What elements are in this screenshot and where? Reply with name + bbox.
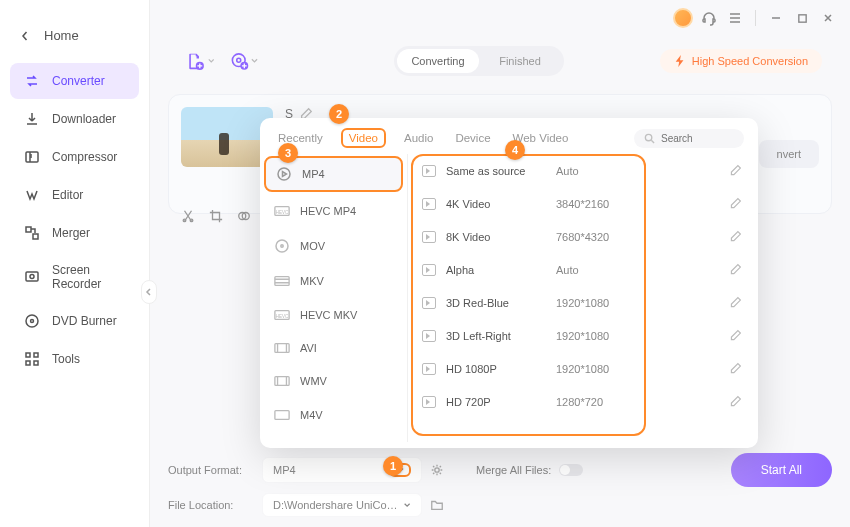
video-icon bbox=[422, 264, 436, 276]
preset-row[interactable]: 3D Left-Right1920*1080 bbox=[408, 319, 758, 352]
mp4-icon bbox=[276, 166, 292, 182]
sidebar-item-screen-recorder[interactable]: Screen Recorder bbox=[10, 253, 139, 301]
merger-icon bbox=[24, 225, 40, 241]
maximize-button[interactable] bbox=[792, 8, 812, 28]
m4v-icon bbox=[274, 408, 290, 422]
svg-point-25 bbox=[276, 240, 288, 252]
preset-resolution: 1920*1080 bbox=[556, 363, 609, 375]
preset-row[interactable]: 3D Red-Blue1920*1080 bbox=[408, 286, 758, 319]
add-dvd-button[interactable] bbox=[230, 47, 258, 75]
step-badge-3: 3 bbox=[278, 143, 298, 163]
minimize-button[interactable] bbox=[766, 8, 786, 28]
preset-row[interactable]: 8K Video7680*4320 bbox=[408, 220, 758, 253]
preset-row[interactable]: Same as sourceAuto bbox=[408, 154, 758, 187]
preset-row[interactable]: AlphaAuto bbox=[408, 253, 758, 286]
preset-name: Alpha bbox=[446, 264, 556, 276]
step-badge-4: 4 bbox=[505, 140, 525, 160]
format-panel: Recently Video Audio Device Web Video MP… bbox=[260, 118, 758, 448]
edit-icon[interactable] bbox=[729, 329, 742, 342]
gear-icon[interactable] bbox=[430, 463, 444, 477]
mov-icon bbox=[274, 238, 290, 254]
seg-finished[interactable]: Finished bbox=[479, 49, 561, 73]
sidebar-item-compressor[interactable]: Compressor bbox=[10, 139, 139, 175]
bolt-icon bbox=[674, 55, 686, 67]
sidebar-item-tools[interactable]: Tools bbox=[10, 341, 139, 377]
high-speed-conversion[interactable]: High Speed Conversion bbox=[660, 49, 822, 73]
fmt-avi[interactable]: AVI bbox=[260, 332, 407, 364]
edit-icon[interactable] bbox=[729, 395, 742, 408]
tab-video[interactable]: Video bbox=[341, 128, 386, 148]
nav-label: Screen Recorder bbox=[52, 263, 125, 291]
file-location-select[interactable]: D:\Wondershare UniConverter 1 bbox=[262, 493, 422, 517]
avi-icon bbox=[274, 342, 290, 354]
fmt-hevc-mp4[interactable]: HEVC HEVC MP4 bbox=[260, 194, 407, 228]
fmt-label: MKV bbox=[300, 275, 324, 287]
trim-icon[interactable] bbox=[181, 209, 195, 223]
panel-search[interactable] bbox=[634, 129, 744, 148]
fmt-label: M4V bbox=[300, 409, 323, 421]
video-icon bbox=[422, 330, 436, 342]
close-button[interactable] bbox=[818, 8, 838, 28]
sidebar-item-dvd-burner[interactable]: DVD Burner bbox=[10, 303, 139, 339]
fmt-mkv[interactable]: MKV bbox=[260, 264, 407, 298]
tools-icon bbox=[24, 351, 40, 367]
sidebar-item-converter[interactable]: Converter bbox=[10, 63, 139, 99]
sidebar-item-downloader[interactable]: Downloader bbox=[10, 101, 139, 137]
edit-icon[interactable] bbox=[729, 263, 742, 276]
fmt-hevc-mkv[interactable]: HEVC HEVC MKV bbox=[260, 298, 407, 332]
fmt-m4v[interactable]: M4V bbox=[260, 398, 407, 432]
search-icon bbox=[644, 133, 655, 144]
svg-rect-2 bbox=[26, 227, 31, 232]
chevron-down-icon bbox=[403, 500, 411, 510]
fmt-mov[interactable]: MOV bbox=[260, 228, 407, 264]
merge-toggle[interactable] bbox=[559, 464, 583, 476]
svg-rect-4 bbox=[26, 272, 38, 281]
tab-audio[interactable]: Audio bbox=[400, 129, 437, 147]
crop-icon[interactable] bbox=[209, 209, 223, 223]
svg-rect-11 bbox=[34, 361, 38, 365]
compressor-icon bbox=[24, 149, 40, 165]
panel-search-input[interactable] bbox=[661, 133, 733, 144]
fmt-label: HEVC MKV bbox=[300, 309, 357, 321]
sidebar: Home Converter Downloader Compressor Edi… bbox=[0, 0, 150, 527]
fmt-wmv[interactable]: WMV bbox=[260, 364, 407, 398]
effect-icon[interactable] bbox=[237, 209, 251, 223]
separator bbox=[755, 10, 756, 26]
preset-resolution: 1920*1080 bbox=[556, 330, 609, 342]
sidebar-item-editor[interactable]: Editor bbox=[10, 177, 139, 213]
headset-icon[interactable] bbox=[699, 8, 719, 28]
preset-resolution: 7680*4320 bbox=[556, 231, 609, 243]
edit-icon[interactable] bbox=[729, 164, 742, 177]
folder-icon[interactable] bbox=[430, 498, 444, 512]
fmt-label: HEVC MP4 bbox=[300, 205, 356, 217]
preset-row[interactable]: HD 1080P1920*1080 bbox=[408, 352, 758, 385]
sidebar-item-merger[interactable]: Merger bbox=[10, 215, 139, 251]
svg-point-21 bbox=[645, 134, 651, 140]
chevron-down-icon bbox=[251, 57, 258, 65]
add-file-button[interactable] bbox=[186, 47, 214, 75]
preset-row[interactable]: 4K Video3840*2160 bbox=[408, 187, 758, 220]
seg-converting[interactable]: Converting bbox=[397, 49, 479, 73]
home-link[interactable]: Home bbox=[0, 18, 149, 61]
svg-rect-27 bbox=[275, 277, 289, 286]
preset-row[interactable]: HD 720P1280*720 bbox=[408, 385, 758, 418]
start-all-button[interactable]: Start All bbox=[731, 453, 832, 487]
nav-label: Converter bbox=[52, 74, 105, 88]
edit-icon[interactable] bbox=[729, 230, 742, 243]
edit-icon[interactable] bbox=[729, 362, 742, 375]
video-icon bbox=[422, 231, 436, 243]
user-avatar[interactable] bbox=[673, 8, 693, 28]
video-icon bbox=[422, 297, 436, 309]
download-icon bbox=[24, 111, 40, 127]
convert-button[interactable]: nvert bbox=[759, 140, 819, 168]
editor-icon bbox=[24, 187, 40, 203]
menu-icon[interactable] bbox=[725, 8, 745, 28]
converter-icon bbox=[24, 73, 40, 89]
preset-name: Same as source bbox=[446, 165, 556, 177]
tab-device[interactable]: Device bbox=[451, 129, 494, 147]
nav-label: Compressor bbox=[52, 150, 117, 164]
edit-icon[interactable] bbox=[729, 197, 742, 210]
svg-point-7 bbox=[31, 320, 34, 323]
mkv-icon bbox=[274, 274, 290, 288]
edit-icon[interactable] bbox=[729, 296, 742, 309]
